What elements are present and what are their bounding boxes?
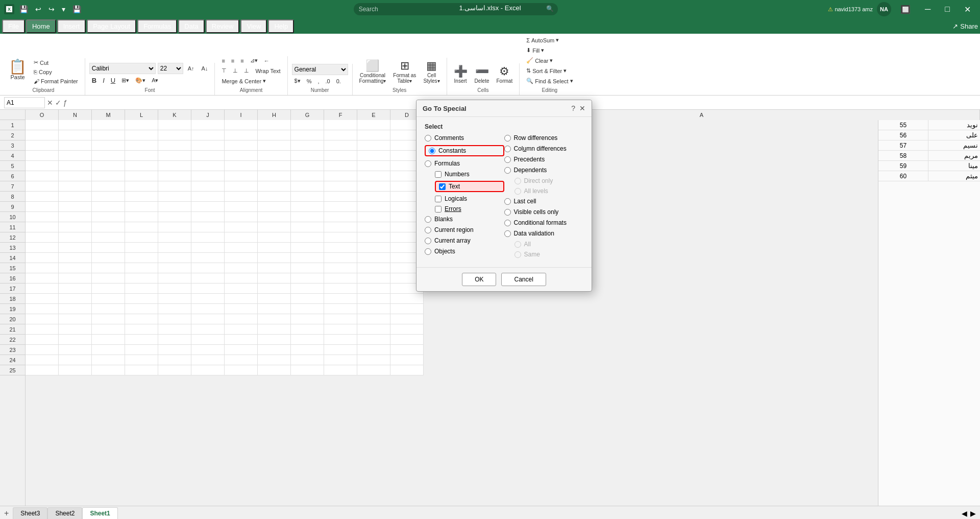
row-differences-radio[interactable]: [504, 135, 511, 141]
constants-radio[interactable]: [429, 148, 435, 154]
option-direct-only: Direct only: [514, 177, 584, 184]
row-differences-label: Row differences: [514, 134, 558, 141]
last-cell-label: Last cell: [514, 198, 536, 205]
option-logicals: Logicals: [435, 195, 504, 202]
blanks-label: Blanks: [434, 216, 453, 223]
logicals-checkbox[interactable]: [435, 196, 442, 202]
objects-label: Objects: [434, 248, 455, 255]
option-formulas: Formulas: [425, 160, 504, 167]
option-last-cell: Last cell: [504, 198, 584, 205]
all-validation-label: All: [524, 241, 531, 248]
same-validation-label: Same: [524, 251, 540, 258]
visible-cells-radio[interactable]: [504, 209, 511, 216]
current-region-label: Current region: [434, 226, 474, 233]
cancel-button[interactable]: Cancel: [501, 273, 546, 286]
col-differences-radio[interactable]: [504, 146, 511, 152]
dialog-body: Select Comments Constants: [416, 117, 592, 267]
dialog-title-bar: Go To Special ? ✕: [416, 100, 592, 117]
dependents-radio[interactable]: [504, 167, 511, 174]
precedents-label: Precedents: [514, 156, 545, 163]
data-validation-radio[interactable]: [504, 230, 511, 237]
formulas-radio[interactable]: [425, 160, 431, 167]
numbers-label: Numbers: [445, 171, 470, 178]
visible-cells-label: Visible cells only: [514, 208, 559, 216]
dialog-help-button[interactable]: ?: [571, 104, 575, 112]
current-region-radio[interactable]: [425, 227, 431, 233]
conditional-formats-label: Conditional formats: [514, 219, 567, 226]
option-objects: Objects: [425, 248, 504, 255]
errors-label: Errors: [445, 205, 461, 213]
dialog-title-icons: ? ✕: [571, 104, 585, 112]
same-validation-radio[interactable]: [514, 251, 521, 258]
errors-checkbox[interactable]: [435, 206, 442, 213]
comments-label: Comments: [434, 134, 464, 141]
option-data-validation: Data validation: [504, 230, 584, 237]
option-conditional-formats: Conditional formats: [504, 219, 584, 226]
option-current-array: Current array: [425, 237, 504, 244]
dialog-footer: OK Cancel: [416, 267, 592, 291]
option-all-levels: All levels: [514, 187, 584, 195]
conditional-formats-radio[interactable]: [504, 220, 511, 226]
direct-only-label: Direct only: [524, 177, 553, 184]
option-col-differences: Column differences: [504, 145, 584, 152]
dialog-overlay: Go To Special ? ✕ Select Comments: [0, 0, 980, 519]
option-constants: Constants: [425, 145, 504, 156]
blanks-radio[interactable]: [425, 216, 431, 223]
option-all-val: All: [514, 241, 584, 248]
option-current-region: Current region: [425, 226, 504, 233]
option-precedents: Precedents: [504, 156, 584, 163]
last-cell-radio[interactable]: [504, 198, 511, 205]
option-comments: Comments: [425, 134, 504, 141]
dialog-columns: Comments Constants Formulas: [425, 134, 583, 261]
option-dependents: Dependents: [504, 167, 584, 174]
current-array-label: Current array: [434, 237, 471, 244]
go-to-special-dialog: Go To Special ? ✕ Select Comments: [416, 100, 592, 292]
dialog-left-col: Comments Constants Formulas: [425, 134, 504, 261]
option-errors: Errors: [435, 205, 504, 213]
dialog-title: Go To Special: [423, 105, 467, 112]
all-levels-radio[interactable]: [514, 188, 521, 195]
direct-only-radio[interactable]: [514, 178, 521, 184]
dependents-label: Dependents: [514, 167, 547, 174]
formulas-label: Formulas: [434, 160, 460, 167]
logicals-label: Logicals: [445, 195, 467, 202]
all-levels-label: All levels: [524, 187, 548, 195]
col-differences-label: Column differences: [514, 145, 567, 152]
precedents-radio[interactable]: [504, 156, 511, 163]
all-validation-radio[interactable]: [514, 241, 521, 248]
current-array-radio[interactable]: [425, 238, 431, 244]
comments-radio[interactable]: [425, 135, 431, 141]
option-row-differences: Row differences: [504, 134, 584, 141]
option-blanks: Blanks: [425, 216, 504, 223]
text-label: Text: [449, 183, 460, 190]
option-numbers: Numbers: [435, 171, 504, 178]
constants-label: Constants: [438, 147, 466, 154]
ok-button[interactable]: OK: [462, 273, 496, 286]
dialog-close-button[interactable]: ✕: [579, 104, 585, 112]
dialog-section-label: Select: [425, 123, 583, 130]
data-validation-label: Data validation: [514, 230, 554, 237]
objects-radio[interactable]: [425, 248, 431, 255]
numbers-checkbox[interactable]: [435, 171, 442, 178]
option-visible-cells: Visible cells only: [504, 208, 584, 216]
option-text: Text: [435, 181, 504, 192]
text-checkbox[interactable]: [439, 183, 446, 190]
option-same-val: Same: [514, 251, 584, 258]
dialog-right-col: Row differences Column differences Prece…: [504, 134, 584, 261]
